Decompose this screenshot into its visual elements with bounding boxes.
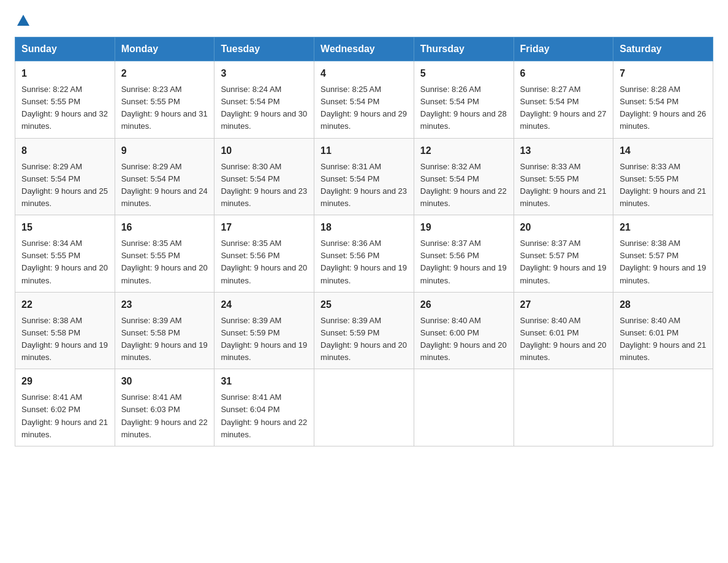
day-info: Sunrise: 8:36 AMSunset: 5:56 PMDaylight:… (320, 237, 408, 287)
day-number: 24 (221, 297, 308, 312)
day-info: Sunrise: 8:40 AMSunset: 6:01 PMDaylight:… (620, 315, 707, 364)
calendar-cell: 22Sunrise: 8:38 AMSunset: 5:58 PMDayligh… (15, 292, 115, 369)
day-number: 17 (221, 220, 308, 235)
day-number: 30 (121, 374, 208, 389)
calendar-cell: 16Sunrise: 8:35 AMSunset: 5:55 PMDayligh… (115, 215, 214, 293)
day-number: 13 (520, 144, 607, 158)
calendar-cell: 9Sunrise: 8:29 AMSunset: 5:54 PMDaylight… (115, 138, 214, 215)
day-number: 12 (420, 144, 507, 158)
day-info: Sunrise: 8:22 AMSunset: 5:55 PMDaylight:… (21, 83, 108, 133)
day-info: Sunrise: 8:35 AMSunset: 5:56 PMDaylight:… (221, 237, 308, 287)
day-number: 21 (620, 220, 707, 235)
day-info: Sunrise: 8:41 AMSunset: 6:02 PMDaylight:… (21, 391, 108, 441)
day-info: Sunrise: 8:28 AMSunset: 5:54 PMDaylight:… (620, 83, 707, 133)
logo (15, 15, 29, 27)
column-header-monday: Monday (115, 37, 214, 61)
column-header-friday: Friday (514, 37, 613, 61)
day-info: Sunrise: 8:23 AMSunset: 5:55 PMDaylight:… (121, 83, 208, 133)
day-number: 16 (121, 220, 208, 235)
day-number: 20 (520, 220, 607, 235)
day-number: 14 (620, 144, 707, 158)
column-header-wednesday: Wednesday (314, 37, 414, 61)
day-number: 3 (221, 66, 308, 81)
day-number: 31 (221, 374, 308, 389)
calendar-cell: 23Sunrise: 8:39 AMSunset: 5:58 PMDayligh… (115, 292, 214, 369)
calendar-cell: 15Sunrise: 8:34 AMSunset: 5:55 PMDayligh… (15, 215, 115, 293)
day-info: Sunrise: 8:39 AMSunset: 5:59 PMDaylight:… (320, 315, 408, 364)
calendar-cell: 10Sunrise: 8:30 AMSunset: 5:54 PMDayligh… (214, 138, 314, 215)
day-number: 7 (620, 66, 707, 81)
calendar-cell: 11Sunrise: 8:31 AMSunset: 5:54 PMDayligh… (314, 138, 414, 215)
calendar-cell: 26Sunrise: 8:40 AMSunset: 6:00 PMDayligh… (414, 292, 514, 369)
calendar-cell: 8Sunrise: 8:29 AMSunset: 5:54 PMDaylight… (15, 138, 115, 215)
day-info: Sunrise: 8:29 AMSunset: 5:54 PMDaylight:… (121, 161, 208, 210)
calendar-cell: 31Sunrise: 8:41 AMSunset: 6:04 PMDayligh… (214, 369, 314, 446)
calendar-week-row: 8Sunrise: 8:29 AMSunset: 5:54 PMDaylight… (15, 138, 713, 215)
calendar-week-row: 29Sunrise: 8:41 AMSunset: 6:02 PMDayligh… (15, 369, 713, 446)
day-info: Sunrise: 8:25 AMSunset: 5:54 PMDaylight:… (320, 83, 408, 133)
calendar-cell: 4Sunrise: 8:25 AMSunset: 5:54 PMDaylight… (314, 61, 414, 139)
day-number: 4 (320, 66, 408, 81)
calendar-cell (613, 369, 713, 446)
day-info: Sunrise: 8:38 AMSunset: 5:58 PMDaylight:… (21, 315, 108, 364)
day-number: 29 (21, 374, 108, 389)
calendar-week-row: 22Sunrise: 8:38 AMSunset: 5:58 PMDayligh… (15, 292, 713, 369)
calendar-header-row: SundayMondayTuesdayWednesdayThursdayFrid… (15, 37, 713, 61)
day-number: 19 (420, 220, 507, 235)
calendar-cell (414, 369, 514, 446)
calendar-cell: 12Sunrise: 8:32 AMSunset: 5:54 PMDayligh… (414, 138, 514, 215)
column-header-saturday: Saturday (613, 37, 713, 61)
logo-blue-text (15, 15, 29, 27)
calendar-cell: 30Sunrise: 8:41 AMSunset: 6:03 PMDayligh… (115, 369, 214, 446)
calendar-cell (314, 369, 414, 446)
day-info: Sunrise: 8:38 AMSunset: 5:57 PMDaylight:… (620, 237, 707, 287)
day-info: Sunrise: 8:39 AMSunset: 5:58 PMDaylight:… (121, 315, 208, 364)
calendar-cell: 19Sunrise: 8:37 AMSunset: 5:56 PMDayligh… (414, 215, 514, 293)
day-number: 6 (520, 66, 607, 81)
calendar-cell: 1Sunrise: 8:22 AMSunset: 5:55 PMDaylight… (15, 61, 115, 139)
calendar-cell: 5Sunrise: 8:26 AMSunset: 5:54 PMDaylight… (414, 61, 514, 139)
day-number: 10 (221, 144, 308, 158)
day-number: 9 (121, 144, 208, 158)
day-number: 2 (121, 66, 208, 81)
column-header-thursday: Thursday (414, 37, 514, 61)
column-header-sunday: Sunday (15, 37, 115, 61)
day-info: Sunrise: 8:31 AMSunset: 5:54 PMDaylight:… (320, 161, 408, 210)
day-info: Sunrise: 8:27 AMSunset: 5:54 PMDaylight:… (520, 83, 607, 133)
day-info: Sunrise: 8:41 AMSunset: 6:04 PMDaylight:… (221, 391, 308, 441)
page-header (15, 15, 713, 27)
calendar-cell: 7Sunrise: 8:28 AMSunset: 5:54 PMDaylight… (613, 61, 713, 139)
calendar-cell: 27Sunrise: 8:40 AMSunset: 6:01 PMDayligh… (514, 292, 613, 369)
calendar-cell: 6Sunrise: 8:27 AMSunset: 5:54 PMDaylight… (514, 61, 613, 139)
calendar-cell: 29Sunrise: 8:41 AMSunset: 6:02 PMDayligh… (15, 369, 115, 446)
column-header-tuesday: Tuesday (214, 37, 314, 61)
day-info: Sunrise: 8:30 AMSunset: 5:54 PMDaylight:… (221, 161, 308, 210)
day-info: Sunrise: 8:39 AMSunset: 5:59 PMDaylight:… (221, 315, 308, 364)
day-info: Sunrise: 8:33 AMSunset: 5:55 PMDaylight:… (520, 161, 607, 210)
calendar-cell (514, 369, 613, 446)
calendar-week-row: 15Sunrise: 8:34 AMSunset: 5:55 PMDayligh… (15, 215, 713, 293)
calendar-cell: 3Sunrise: 8:24 AMSunset: 5:54 PMDaylight… (214, 61, 314, 139)
calendar-cell: 28Sunrise: 8:40 AMSunset: 6:01 PMDayligh… (613, 292, 713, 369)
day-number: 1 (21, 66, 108, 81)
day-number: 22 (21, 297, 108, 312)
calendar-week-row: 1Sunrise: 8:22 AMSunset: 5:55 PMDaylight… (15, 61, 713, 139)
calendar-cell: 2Sunrise: 8:23 AMSunset: 5:55 PMDaylight… (115, 61, 214, 139)
calendar-table: SundayMondayTuesdayWednesdayThursdayFrid… (15, 37, 713, 446)
day-number: 18 (320, 220, 408, 235)
day-number: 8 (21, 144, 108, 158)
day-number: 26 (420, 297, 507, 312)
calendar-cell: 20Sunrise: 8:37 AMSunset: 5:57 PMDayligh… (514, 215, 613, 293)
calendar-cell: 13Sunrise: 8:33 AMSunset: 5:55 PMDayligh… (514, 138, 613, 215)
day-number: 15 (21, 220, 108, 235)
day-info: Sunrise: 8:37 AMSunset: 5:57 PMDaylight:… (520, 237, 607, 287)
calendar-cell: 25Sunrise: 8:39 AMSunset: 5:59 PMDayligh… (314, 292, 414, 369)
day-info: Sunrise: 8:29 AMSunset: 5:54 PMDaylight:… (21, 161, 108, 210)
calendar-cell: 18Sunrise: 8:36 AMSunset: 5:56 PMDayligh… (314, 215, 414, 293)
calendar-cell: 14Sunrise: 8:33 AMSunset: 5:55 PMDayligh… (613, 138, 713, 215)
day-number: 25 (320, 297, 408, 312)
day-number: 5 (420, 66, 507, 81)
day-number: 28 (620, 297, 707, 312)
day-number: 11 (320, 144, 408, 158)
calendar-cell: 17Sunrise: 8:35 AMSunset: 5:56 PMDayligh… (214, 215, 314, 293)
